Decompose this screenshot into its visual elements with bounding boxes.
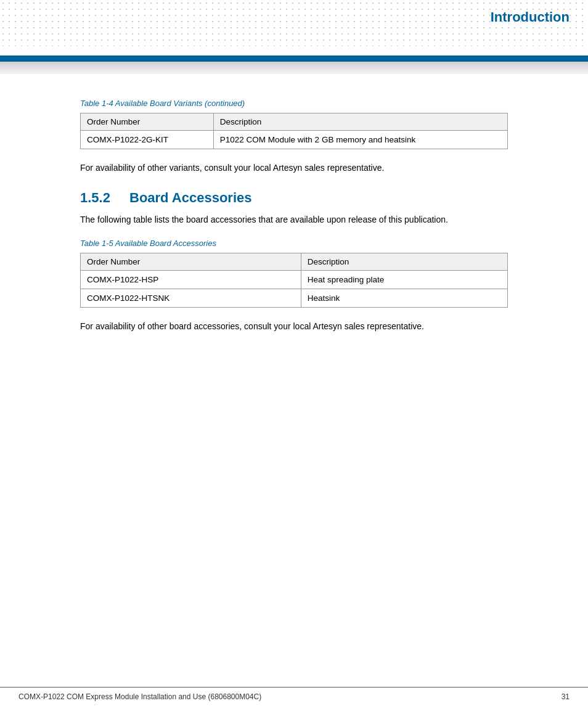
section-heading: 1.5.2 Board Accessories (80, 190, 508, 206)
table1-row1-col2: P1022 COM Module with 2 GB memory and he… (213, 131, 507, 149)
main-content: Table 1-4 Available Board Variants (cont… (0, 80, 588, 358)
table1-col2-header: Description (213, 113, 507, 131)
table2-caption: Table 1-5 Available Board Accessories (80, 239, 508, 248)
gray-decorative-bar (0, 62, 588, 74)
section-number: 1.5.2 (80, 190, 117, 206)
para3: For availability of other board accessor… (80, 320, 508, 333)
chapter-title: Introduction (491, 9, 570, 25)
table-row: COMX-P1022-HTSNK Heatsink (81, 289, 508, 308)
footer-left: COMX-P1022 COM Express Module Installati… (18, 692, 261, 701)
table2-row2-col1: COMX-P1022-HTSNK (81, 289, 301, 308)
table2: Order Number Description COMX-P1022-HSP … (80, 253, 508, 308)
table2-row1-col2: Heat spreading plate (301, 271, 507, 289)
table1-caption: Table 1-4 Available Board Variants (cont… (80, 99, 508, 108)
page-footer: COMX-P1022 COM Express Module Installati… (0, 687, 588, 706)
para2: The following table lists the board acce… (80, 213, 508, 226)
table1-col1-header: Order Number (81, 113, 214, 131)
table1: Order Number Description COMX-P1022-2G-K… (80, 113, 508, 149)
table2-col2-header: Description (301, 253, 507, 271)
table2-row1-col1: COMX-P1022-HSP (81, 271, 301, 289)
table-row: COMX-P1022-2G-KIT P1022 COM Module with … (81, 131, 508, 149)
table-row: COMX-P1022-HSP Heat spreading plate (81, 271, 508, 289)
table1-row1-col1: COMX-P1022-2G-KIT (81, 131, 214, 149)
section-title: Board Accessories (129, 190, 252, 206)
page-header: Introduction (0, 0, 588, 55)
blue-accent-bar (0, 55, 588, 62)
para1: For availability of other variants, cons… (80, 162, 508, 174)
footer-page-number: 31 (561, 692, 570, 701)
table2-row2-col2: Heatsink (301, 289, 507, 308)
table2-col1-header: Order Number (81, 253, 301, 271)
